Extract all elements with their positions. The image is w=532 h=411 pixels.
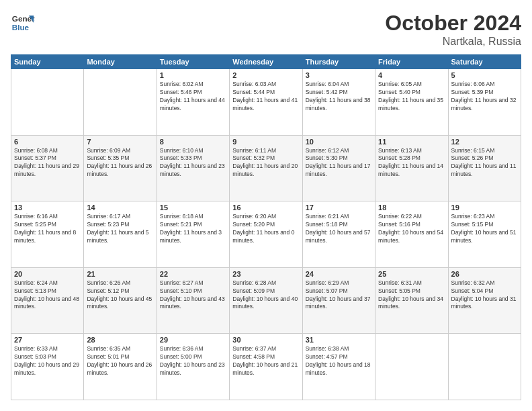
calendar-day-cell: 18Sunrise: 6:22 AM Sunset: 5:16 PM Dayli…: [375, 201, 448, 268]
day-number: 27: [14, 336, 81, 344]
calendar-week-row: 20Sunrise: 6:24 AM Sunset: 5:13 PM Dayli…: [11, 267, 521, 334]
calendar-day-cell: 17Sunrise: 6:21 AM Sunset: 5:18 PM Dayli…: [302, 201, 375, 268]
day-info: Sunrise: 6:05 AM Sunset: 5:40 PM Dayligh…: [378, 81, 445, 113]
day-number: 9: [232, 138, 299, 146]
calendar-day-cell: [375, 334, 448, 400]
calendar-day-cell: 3Sunrise: 6:04 AM Sunset: 5:42 PM Daylig…: [302, 69, 375, 136]
calendar-day-cell: 7Sunrise: 6:09 AM Sunset: 5:35 PM Daylig…: [84, 135, 157, 201]
day-number: 7: [87, 138, 153, 146]
day-number: 13: [14, 203, 81, 212]
calendar-table: SundayMondayTuesdayWednesdayThursdayFrid…: [11, 54, 521, 400]
day-info: Sunrise: 6:27 AM Sunset: 5:10 PM Dayligh…: [160, 279, 226, 312]
calendar-week-row: 1Sunrise: 6:02 AM Sunset: 5:46 PM Daylig…: [11, 69, 521, 136]
day-info: Sunrise: 6:32 AM Sunset: 5:04 PM Dayligh…: [451, 279, 518, 312]
day-info: Sunrise: 6:09 AM Sunset: 5:35 PM Dayligh…: [87, 147, 153, 179]
day-info: Sunrise: 6:17 AM Sunset: 5:23 PM Dayligh…: [87, 213, 153, 245]
calendar-day-cell: 9Sunrise: 6:11 AM Sunset: 5:32 PM Daylig…: [230, 135, 302, 201]
day-number: 26: [451, 270, 518, 278]
calendar-header: SundayMondayTuesdayWednesdayThursdayFrid…: [11, 55, 521, 69]
calendar-day-cell: 11Sunrise: 6:13 AM Sunset: 5:28 PM Dayli…: [375, 135, 448, 201]
calendar-day-cell: 26Sunrise: 6:32 AM Sunset: 5:04 PM Dayli…: [448, 267, 521, 334]
day-header: Sunday: [11, 55, 84, 69]
calendar-day-cell: 13Sunrise: 6:16 AM Sunset: 5:25 PM Dayli…: [11, 201, 84, 268]
day-info: Sunrise: 6:38 AM Sunset: 4:57 PM Dayligh…: [306, 345, 372, 377]
day-number: 4: [378, 71, 445, 79]
day-number: 18: [378, 203, 445, 212]
day-info: Sunrise: 6:31 AM Sunset: 5:05 PM Dayligh…: [378, 279, 445, 312]
day-info: Sunrise: 6:28 AM Sunset: 5:09 PM Dayligh…: [232, 279, 299, 312]
day-number: 30: [232, 336, 299, 344]
calendar-day-cell: 20Sunrise: 6:24 AM Sunset: 5:13 PM Dayli…: [11, 267, 84, 334]
day-header: Saturday: [448, 55, 521, 69]
calendar-day-cell: 21Sunrise: 6:26 AM Sunset: 5:12 PM Dayli…: [84, 267, 157, 334]
svg-text:Blue: Blue: [12, 23, 30, 32]
calendar-day-cell: 14Sunrise: 6:17 AM Sunset: 5:23 PM Dayli…: [84, 201, 157, 268]
calendar-day-cell: 15Sunrise: 6:18 AM Sunset: 5:21 PM Dayli…: [157, 201, 229, 268]
title-block: October 2024 Nartkala, Russia: [385, 11, 521, 48]
calendar-day-cell: [84, 69, 157, 136]
calendar-day-cell: 8Sunrise: 6:10 AM Sunset: 5:33 PM Daylig…: [157, 135, 229, 201]
day-info: Sunrise: 6:35 AM Sunset: 5:01 PM Dayligh…: [87, 345, 153, 377]
calendar-day-cell: [11, 69, 84, 136]
day-number: 5: [451, 71, 518, 79]
day-info: Sunrise: 6:20 AM Sunset: 5:20 PM Dayligh…: [232, 213, 299, 245]
calendar-day-cell: 5Sunrise: 6:06 AM Sunset: 5:39 PM Daylig…: [448, 69, 521, 136]
day-header: Thursday: [302, 55, 375, 69]
day-number: 6: [14, 138, 81, 146]
calendar-day-cell: 25Sunrise: 6:31 AM Sunset: 5:05 PM Dayli…: [375, 267, 448, 334]
calendar-week-row: 13Sunrise: 6:16 AM Sunset: 5:25 PM Dayli…: [11, 201, 521, 268]
day-number: 10: [306, 138, 372, 146]
calendar-day-cell: 16Sunrise: 6:20 AM Sunset: 5:20 PM Dayli…: [230, 201, 302, 268]
day-info: Sunrise: 6:06 AM Sunset: 5:39 PM Dayligh…: [451, 81, 518, 113]
day-number: 8: [160, 138, 226, 146]
day-number: 24: [306, 270, 372, 278]
day-number: 2: [232, 71, 299, 79]
day-info: Sunrise: 6:02 AM Sunset: 5:46 PM Dayligh…: [160, 81, 226, 113]
calendar-day-cell: 29Sunrise: 6:36 AM Sunset: 5:00 PM Dayli…: [157, 334, 229, 400]
day-number: 19: [451, 203, 518, 212]
day-info: Sunrise: 6:15 AM Sunset: 5:26 PM Dayligh…: [451, 147, 518, 179]
day-info: Sunrise: 6:16 AM Sunset: 5:25 PM Dayligh…: [14, 213, 81, 245]
calendar-day-cell: 28Sunrise: 6:35 AM Sunset: 5:01 PM Dayli…: [84, 334, 157, 400]
day-info: Sunrise: 6:13 AM Sunset: 5:28 PM Dayligh…: [378, 147, 445, 179]
day-number: 28: [87, 336, 153, 344]
day-info: Sunrise: 6:29 AM Sunset: 5:07 PM Dayligh…: [306, 279, 372, 312]
calendar-week-row: 6Sunrise: 6:08 AM Sunset: 5:37 PM Daylig…: [11, 135, 521, 201]
day-number: 12: [451, 138, 518, 146]
day-info: Sunrise: 6:10 AM Sunset: 5:33 PM Dayligh…: [160, 147, 226, 179]
day-info: Sunrise: 6:21 AM Sunset: 5:18 PM Dayligh…: [306, 213, 372, 245]
calendar-day-cell: 19Sunrise: 6:23 AM Sunset: 5:15 PM Dayli…: [448, 201, 521, 268]
calendar-day-cell: 22Sunrise: 6:27 AM Sunset: 5:10 PM Dayli…: [157, 267, 229, 334]
calendar-week-row: 27Sunrise: 6:33 AM Sunset: 5:03 PM Dayli…: [11, 334, 521, 400]
calendar-day-cell: 10Sunrise: 6:12 AM Sunset: 5:30 PM Dayli…: [302, 135, 375, 201]
day-number: 31: [306, 336, 372, 344]
calendar-day-cell: 4Sunrise: 6:05 AM Sunset: 5:40 PM Daylig…: [375, 69, 448, 136]
day-info: Sunrise: 6:24 AM Sunset: 5:13 PM Dayligh…: [14, 279, 81, 312]
logo-icon: General Blue: [11, 11, 35, 35]
logo: General Blue: [11, 11, 35, 35]
header-row: SundayMondayTuesdayWednesdayThursdayFrid…: [11, 55, 521, 69]
day-number: 20: [14, 270, 81, 278]
calendar-day-cell: 24Sunrise: 6:29 AM Sunset: 5:07 PM Dayli…: [302, 267, 375, 334]
day-info: Sunrise: 6:18 AM Sunset: 5:21 PM Dayligh…: [160, 213, 226, 245]
day-info: Sunrise: 6:36 AM Sunset: 5:00 PM Dayligh…: [160, 345, 226, 377]
calendar-day-cell: 23Sunrise: 6:28 AM Sunset: 5:09 PM Dayli…: [230, 267, 302, 334]
calendar-day-cell: 12Sunrise: 6:15 AM Sunset: 5:26 PM Dayli…: [448, 135, 521, 201]
day-number: 3: [306, 71, 372, 79]
day-number: 29: [160, 336, 226, 344]
month-title: October 2024: [385, 11, 521, 36]
day-info: Sunrise: 6:23 AM Sunset: 5:15 PM Dayligh…: [451, 213, 518, 245]
day-info: Sunrise: 6:04 AM Sunset: 5:42 PM Dayligh…: [306, 81, 372, 113]
day-number: 14: [87, 203, 153, 212]
day-number: 23: [232, 270, 299, 278]
header: General Blue October 2024 Nartkala, Russ…: [11, 11, 521, 48]
calendar-day-cell: 2Sunrise: 6:03 AM Sunset: 5:44 PM Daylig…: [230, 69, 302, 136]
day-number: 21: [87, 270, 153, 278]
calendar-day-cell: 6Sunrise: 6:08 AM Sunset: 5:37 PM Daylig…: [11, 135, 84, 201]
calendar-day-cell: 31Sunrise: 6:38 AM Sunset: 4:57 PM Dayli…: [302, 334, 375, 400]
day-number: 1: [160, 71, 226, 79]
day-info: Sunrise: 6:37 AM Sunset: 4:58 PM Dayligh…: [232, 345, 299, 377]
day-number: 22: [160, 270, 226, 278]
day-info: Sunrise: 6:12 AM Sunset: 5:30 PM Dayligh…: [306, 147, 372, 179]
day-number: 25: [378, 270, 445, 278]
